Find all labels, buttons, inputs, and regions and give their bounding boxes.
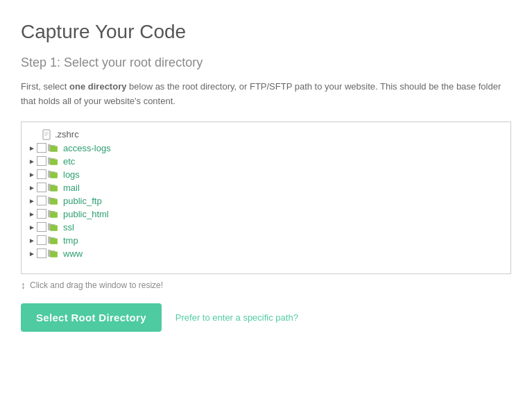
folder-icon xyxy=(48,222,60,232)
folder-checkbox[interactable] xyxy=(37,235,46,245)
file-name: .zshrc xyxy=(55,129,79,140)
svg-rect-11 xyxy=(50,158,53,160)
expand-arrow-icon[interactable]: ► xyxy=(28,184,35,191)
folder-checkbox[interactable] xyxy=(37,248,46,258)
list-item: .zshrc xyxy=(22,128,510,142)
svg-rect-19 xyxy=(50,185,53,186)
folder-checkbox[interactable] xyxy=(37,209,46,219)
folder-name: access-logs xyxy=(63,143,111,153)
expand-arrow-icon[interactable]: ► xyxy=(28,223,35,230)
step-title-text: Select your root directory xyxy=(60,56,203,69)
svg-rect-7 xyxy=(50,145,53,146)
expand-arrow-icon[interactable]: ► xyxy=(28,237,35,244)
actions-bar: Select Root Directory Prefer to enter a … xyxy=(21,303,511,332)
step-label: Step 1: xyxy=(21,56,60,69)
expand-arrow-icon[interactable]: ► xyxy=(28,171,35,178)
folder-name: www xyxy=(63,248,83,259)
select-root-directory-button[interactable]: Select Root Directory xyxy=(21,303,162,332)
list-item: ► tmp xyxy=(22,234,510,247)
svg-rect-0 xyxy=(43,130,50,140)
list-item: ► etc xyxy=(22,155,510,168)
folder-checkbox[interactable] xyxy=(37,169,46,179)
resize-hint-text: Click and drag the window to resize! xyxy=(30,280,163,290)
folder-icon xyxy=(48,209,60,219)
expand-arrow-icon[interactable]: ► xyxy=(28,210,35,217)
folder-icon xyxy=(48,183,60,192)
folder-name: tmp xyxy=(63,235,78,246)
desc-bold: one directory xyxy=(69,81,126,92)
list-item: ► logs xyxy=(22,168,510,181)
svg-rect-30 xyxy=(50,226,58,231)
folder-name: public_ftp xyxy=(63,196,102,206)
list-item: ► www xyxy=(22,247,510,260)
expand-arrow-icon[interactable]: ► xyxy=(28,197,35,204)
svg-rect-26 xyxy=(50,212,58,218)
svg-rect-23 xyxy=(50,198,53,199)
step-heading: Step 1: Select your root directory xyxy=(21,56,511,70)
expand-arrow-icon[interactable]: ► xyxy=(28,144,35,151)
resize-icon: ↕ xyxy=(21,280,26,291)
desc-part1: First, select xyxy=(21,81,69,92)
file-tree-container[interactable]: .zshrc ► access-logs► etc► logs► xyxy=(21,121,511,274)
folder-icon xyxy=(48,169,60,179)
folder-checkbox[interactable] xyxy=(37,222,46,232)
folder-checkbox[interactable] xyxy=(37,156,46,166)
folder-checkbox[interactable] xyxy=(37,183,46,192)
folder-name: etc xyxy=(63,156,75,167)
file-tree: .zshrc ► access-logs► etc► logs► xyxy=(22,122,510,266)
folder-icon xyxy=(48,143,60,153)
folder-icon xyxy=(48,248,60,258)
svg-rect-10 xyxy=(50,160,58,165)
enter-specific-path-link[interactable]: Prefer to enter a specific path? xyxy=(175,312,298,323)
folder-list: ► access-logs► etc► logs► xyxy=(22,142,510,260)
folder-icon xyxy=(48,156,60,166)
list-item: ► mail xyxy=(22,181,510,194)
folder-name: logs xyxy=(63,169,80,180)
svg-rect-38 xyxy=(50,252,58,257)
file-icon xyxy=(42,129,52,140)
folder-icon xyxy=(48,235,60,245)
svg-rect-15 xyxy=(50,171,53,173)
svg-rect-27 xyxy=(50,211,53,212)
svg-rect-34 xyxy=(50,239,58,244)
folder-name: public_html xyxy=(63,209,109,219)
svg-rect-35 xyxy=(50,237,53,239)
folder-checkbox[interactable] xyxy=(37,196,46,205)
list-item: ► public_ftp xyxy=(22,194,510,208)
resize-hint: ↕ Click and drag the window to resize! xyxy=(21,280,511,291)
list-item: ► public_html xyxy=(22,208,510,221)
svg-rect-39 xyxy=(50,251,53,252)
svg-rect-18 xyxy=(50,186,58,192)
svg-rect-6 xyxy=(50,146,58,152)
page-title: Capture Your Code xyxy=(21,21,511,43)
folder-icon xyxy=(48,196,60,205)
expand-arrow-icon[interactable]: ► xyxy=(28,158,35,164)
description-text: First, select one directory below as the… xyxy=(21,80,511,109)
list-item: ► access-logs xyxy=(22,142,510,155)
svg-rect-14 xyxy=(50,173,58,178)
list-item: ► ssl xyxy=(22,221,510,234)
svg-rect-22 xyxy=(50,199,58,205)
expand-arrow-icon[interactable]: ► xyxy=(28,250,35,257)
folder-name: mail xyxy=(63,183,80,193)
svg-rect-31 xyxy=(50,224,53,226)
folder-checkbox[interactable] xyxy=(37,143,46,153)
folder-name: ssl xyxy=(63,222,74,233)
